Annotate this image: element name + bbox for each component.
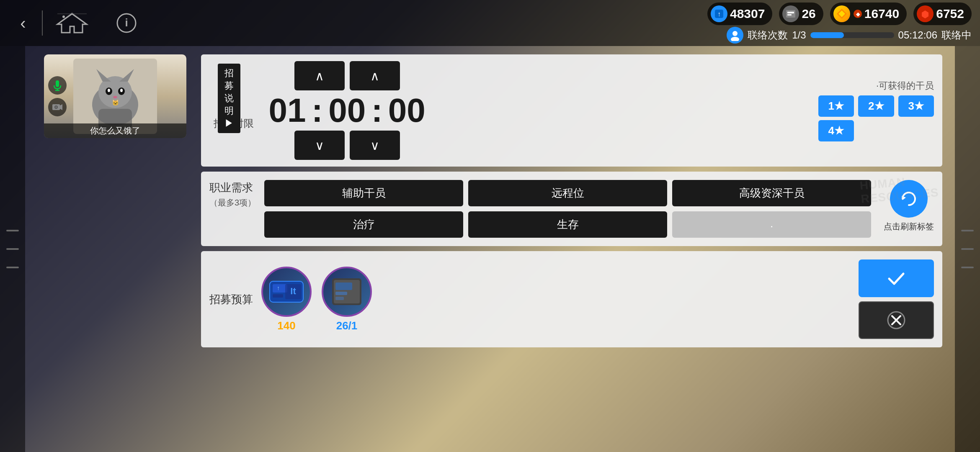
available-label: ·可获得的干员: [876, 80, 934, 91]
svg-point-29: [113, 96, 117, 98]
time-seconds: 00: [386, 94, 428, 127]
person-icon: [729, 29, 741, 41]
hour-down-icon: ∨: [315, 138, 324, 153]
svg-text:i: i: [125, 16, 128, 29]
svg-point-38: [55, 106, 57, 108]
hour-down-button[interactable]: ∨: [294, 131, 345, 160]
star1-label: 1★: [828, 100, 844, 112]
back-button[interactable]: ‹: [8, 8, 38, 38]
hour-up-button[interactable]: ∧: [294, 61, 345, 90]
permit-count: 26/1: [336, 319, 358, 332]
recruit-time-section: 招募说明▶ 招募时限 ∧ ∧ 01 :: [201, 54, 942, 167]
svg-rect-44: [273, 294, 283, 298]
svg-rect-9: [786, 10, 795, 18]
time-sep-2: :: [371, 94, 383, 127]
currency-orundum[interactable]: ◆ 16740: [830, 3, 907, 25]
star2-label: 2★: [868, 100, 884, 112]
tag-empty: .: [672, 211, 871, 238]
time-minutes: 00: [326, 94, 368, 127]
svg-text:↑: ↑: [277, 285, 280, 291]
nav-divider: [42, 10, 43, 36]
permit-svg: [328, 275, 366, 308]
left-panel: 🐱: [38, 54, 193, 138]
network-status: 联络中: [941, 28, 972, 42]
permits-icon: [782, 5, 799, 22]
mic-area: [48, 76, 67, 116]
side-right-line-3: [961, 267, 974, 268]
minute-up-button[interactable]: ∧: [350, 61, 400, 90]
job-label: 职业需求: [209, 180, 256, 195]
tag-survival-label: 生存: [557, 218, 579, 231]
confirm-button[interactable]: [859, 259, 934, 297]
time-down-row: ∨ ∨: [294, 131, 400, 160]
permits-value: 26: [802, 7, 815, 21]
confirm-icon: [886, 268, 907, 289]
hour-up-icon: ∧: [315, 69, 324, 83]
minute-up-icon: ∧: [370, 69, 379, 83]
sanity-icon: ↑: [711, 5, 727, 22]
star1-badge[interactable]: 1★: [818, 95, 854, 117]
permit-icon: [322, 267, 372, 317]
orundum-value: 16740: [864, 7, 899, 21]
top-right: ↑ 48307 26: [707, 3, 972, 44]
recruit-info-button[interactable]: 招募说明▶: [218, 64, 240, 133]
star2-badge[interactable]: 2★: [858, 95, 894, 117]
time-sep-1: :: [312, 94, 323, 127]
orundum-symbol: [836, 8, 848, 20]
svg-text:🐱: 🐱: [112, 99, 119, 106]
svg-point-28: [120, 89, 123, 92]
network-label: 联络次数: [748, 28, 788, 42]
svg-rect-32: [56, 80, 59, 87]
time-display: 01 : 00 : 00: [266, 94, 428, 127]
svg-text:↑: ↑: [717, 10, 721, 18]
home-icon: [55, 12, 89, 35]
svg-marker-36: [60, 104, 62, 110]
star3-label: 3★: [908, 100, 924, 112]
star4-badge[interactable]: 4★: [818, 120, 854, 141]
budget-ticket: ↑ It 140: [261, 267, 312, 332]
svg-point-19: [731, 37, 739, 41]
job-sublabel: （最多3项）: [209, 197, 256, 208]
originium-icon: [917, 5, 934, 22]
side-left-line-3: [6, 267, 19, 268]
svg-text:It: It: [290, 286, 296, 296]
side-right-line-1: [961, 230, 974, 231]
currency-sanity[interactable]: ↑ 48307: [707, 3, 772, 25]
cancel-button[interactable]: [859, 301, 934, 339]
tag-ranged[interactable]: 远程位: [468, 180, 667, 206]
network-timer: 05:12:06: [898, 29, 937, 41]
tag-assist[interactable]: 辅助干员: [264, 180, 463, 206]
dc-icon: ◆: [853, 9, 863, 19]
job-tags-section: 职业需求 （最多3项） 辅助干员 远程位 高级资深干员 治疗 生存: [201, 172, 942, 246]
minute-down-icon: ∨: [370, 138, 379, 153]
svg-point-18: [732, 31, 738, 36]
side-right-line-2: [961, 248, 974, 250]
star3-badge[interactable]: 3★: [898, 95, 934, 117]
currency-row: ↑ 48307 26: [707, 3, 972, 25]
network-row: 联络次数 1/3 05:12:06 联络中: [727, 27, 972, 44]
tag-senior-label: 高级资深干员: [739, 187, 805, 199]
side-left-line-1: [6, 230, 19, 231]
time-hours: 01: [266, 94, 308, 127]
budget-section: 招募预算 ↑ It: [201, 251, 942, 347]
tag-heal[interactable]: 治疗: [264, 211, 463, 238]
svg-point-27: [108, 89, 110, 92]
camera-button[interactable]: [48, 98, 67, 116]
currency-permits[interactable]: 26: [779, 3, 823, 25]
tag-senior[interactable]: 高级资深干员: [672, 180, 871, 206]
info-button[interactable]: i: [110, 8, 143, 38]
mic-icon: [52, 80, 62, 91]
network-progress-fill: [810, 32, 844, 38]
video-frame: 🐱: [44, 54, 186, 138]
mic-button[interactable]: [48, 76, 67, 95]
main-content: 🐱: [25, 46, 955, 452]
side-left: [0, 46, 25, 452]
tag-ranged-label: 远程位: [552, 187, 584, 199]
network-progress-bar: [810, 32, 894, 38]
tag-survival[interactable]: 生存: [468, 211, 667, 238]
minute-down-button[interactable]: ∨: [350, 131, 400, 160]
ticket-count: 140: [277, 319, 295, 332]
home-button[interactable]: [47, 8, 97, 38]
budget-label: 招募预算: [209, 292, 253, 307]
currency-originium[interactable]: 6752: [913, 3, 972, 25]
